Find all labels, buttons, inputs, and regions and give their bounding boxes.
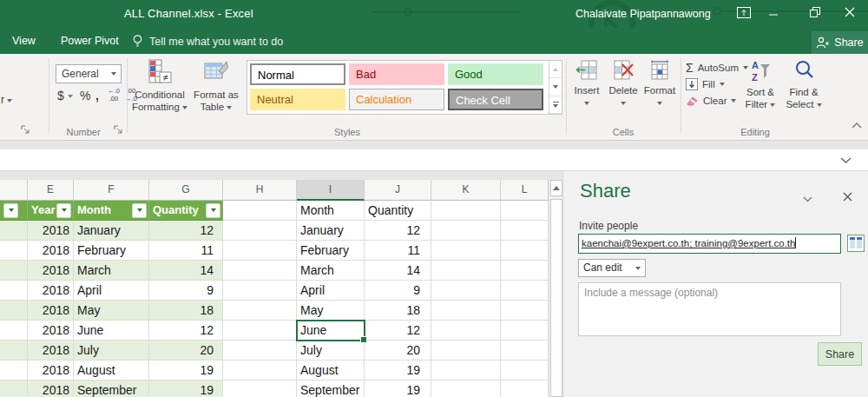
number-format-dropdown[interactable]: General xyxy=(56,64,122,83)
cell-year[interactable]: 2018 xyxy=(28,221,74,241)
column-header-L[interactable]: L xyxy=(501,180,549,201)
cell-clipped[interactable] xyxy=(0,301,28,321)
cell-right-month[interactable]: September xyxy=(297,380,365,397)
close-window-icon[interactable] xyxy=(835,0,865,24)
cell-empty[interactable] xyxy=(501,380,549,397)
cell-empty[interactable] xyxy=(223,241,297,261)
ribbon-display-options-icon[interactable] xyxy=(729,0,759,24)
cell-quantity[interactable]: 19 xyxy=(149,361,223,380)
percent-style-button[interactable]: % xyxy=(80,89,90,103)
cell-right-quantity[interactable]: 12 xyxy=(365,221,431,241)
column-header-I[interactable]: I xyxy=(297,180,365,201)
cell-empty[interactable] xyxy=(501,361,549,380)
account-user-name[interactable]: Chalaivate Pipatpannawong xyxy=(575,8,711,20)
tell-me-box[interactable]: Tell me what you want to do xyxy=(132,34,283,49)
minimize-icon[interactable] xyxy=(759,0,788,24)
cell-quantity[interactable]: 20 xyxy=(149,341,223,361)
cell-empty[interactable] xyxy=(431,321,501,341)
close-pane-icon[interactable] xyxy=(843,192,852,202)
increase-decimal-button[interactable]: ←.0.00 xyxy=(105,88,122,103)
cell-right-month[interactable]: May xyxy=(297,301,365,321)
tab-view[interactable]: View xyxy=(12,35,36,47)
cell-empty[interactable] xyxy=(501,261,549,281)
cell-month[interactable]: August xyxy=(74,361,149,380)
cell-empty[interactable] xyxy=(431,261,501,281)
formula-bar[interactable] xyxy=(0,149,868,171)
cell-month[interactable]: April xyxy=(74,281,149,301)
cell-empty[interactable] xyxy=(223,380,297,397)
cell-right-month[interactable]: April xyxy=(297,281,365,301)
cell-clipped[interactable] xyxy=(0,341,28,361)
cell-empty[interactable] xyxy=(431,341,501,361)
cell-month[interactable]: July xyxy=(74,341,149,361)
dialog-launcher-icon[interactable] xyxy=(21,125,31,136)
cell-month[interactable]: June xyxy=(74,321,149,341)
conditional-formatting-button[interactable]: ≠ Conditional Formatting xyxy=(130,59,189,113)
dialog-launcher-icon[interactable] xyxy=(114,125,124,136)
filter-button[interactable] xyxy=(56,203,71,218)
filter-button[interactable] xyxy=(3,203,18,218)
cell-empty[interactable] xyxy=(501,241,549,261)
cell-year[interactable]: 2018 xyxy=(28,261,74,281)
tab-power-pivot[interactable]: Power Pivot xyxy=(61,35,119,47)
expand-formula-bar-icon[interactable] xyxy=(840,157,852,164)
cell-right-quantity[interactable]: 14 xyxy=(365,261,431,281)
accounting-format-button[interactable]: $ xyxy=(57,89,73,103)
delete-cells-button[interactable]: Delete xyxy=(606,59,641,108)
cell-empty[interactable] xyxy=(431,301,501,321)
cell-empty[interactable] xyxy=(431,380,501,397)
format-cells-button[interactable]: Format xyxy=(642,59,677,108)
cell-empty[interactable] xyxy=(501,321,549,341)
cell-month[interactable]: February xyxy=(74,241,149,261)
cell-year[interactable]: 2018 xyxy=(28,321,74,341)
style-chip-neutral[interactable]: Neutral xyxy=(250,89,345,110)
cell-year[interactable]: 2018 xyxy=(28,301,74,321)
share-ribbon-button[interactable]: Share xyxy=(812,31,868,54)
cell-empty[interactable] xyxy=(501,281,549,301)
style-chip-good[interactable]: Good xyxy=(448,63,543,85)
cell-empty[interactable] xyxy=(223,221,297,241)
format-as-table-button[interactable]: Format as Table xyxy=(189,59,243,113)
cell-quantity[interactable]: 14 xyxy=(149,261,223,281)
cell-clipped[interactable] xyxy=(0,241,28,261)
column-header-G[interactable]: G xyxy=(149,180,223,201)
style-chip-calculation[interactable]: Calculation xyxy=(349,89,444,110)
find-select-button[interactable]: Find & Select xyxy=(783,59,825,110)
cell-empty[interactable] xyxy=(501,221,549,241)
cell-empty[interactable] xyxy=(223,281,297,301)
cell-month[interactable]: September xyxy=(74,380,149,397)
cell-right-quantity[interactable]: 11 xyxy=(365,241,431,261)
cell-empty[interactable] xyxy=(223,301,297,321)
cell-header-year[interactable]: Year xyxy=(28,201,74,221)
cell-empty[interactable] xyxy=(431,221,501,241)
cell-empty[interactable] xyxy=(223,341,297,361)
cell-clipped[interactable] xyxy=(0,380,28,397)
cell-empty[interactable] xyxy=(431,361,501,380)
cell-month[interactable]: January xyxy=(74,221,149,241)
column-header-F[interactable]: F xyxy=(74,180,149,201)
cell-clipped[interactable] xyxy=(0,361,28,380)
cell-year[interactable]: 2018 xyxy=(28,281,74,301)
sort-filter-button[interactable]: A Z Sort & Filter xyxy=(740,59,781,110)
cell-right-month[interactable]: July xyxy=(297,341,365,361)
cell-empty[interactable] xyxy=(223,321,297,341)
cell-clipped[interactable] xyxy=(0,221,28,241)
cell-right-month[interactable]: August xyxy=(297,361,365,380)
gallery-more-icon[interactable] xyxy=(549,96,562,114)
column-header-J[interactable]: J xyxy=(365,180,431,201)
column-header-E[interactable]: E xyxy=(28,180,74,201)
filter-button[interactable] xyxy=(132,203,147,218)
cell-right-quantity[interactable]: 9 xyxy=(365,281,431,301)
gallery-scroll-down-icon[interactable] xyxy=(549,78,562,96)
column-header-H[interactable]: H xyxy=(223,180,297,201)
cell-quantity[interactable]: 12 xyxy=(149,221,223,241)
gallery-scroll-up-icon[interactable] xyxy=(549,61,562,78)
cell-right-quantity[interactable]: 19 xyxy=(365,361,431,380)
cell-right-month[interactable]: March xyxy=(297,261,365,281)
cell-year[interactable]: 2018 xyxy=(28,380,74,397)
cell-right-quantity[interactable]: 19 xyxy=(365,380,431,397)
cell-right-header-month[interactable]: Month xyxy=(297,201,365,221)
cell-right-quantity[interactable]: 18 xyxy=(365,301,431,321)
column-header-K[interactable]: K xyxy=(431,180,501,201)
cell-clipped[interactable] xyxy=(0,261,28,281)
